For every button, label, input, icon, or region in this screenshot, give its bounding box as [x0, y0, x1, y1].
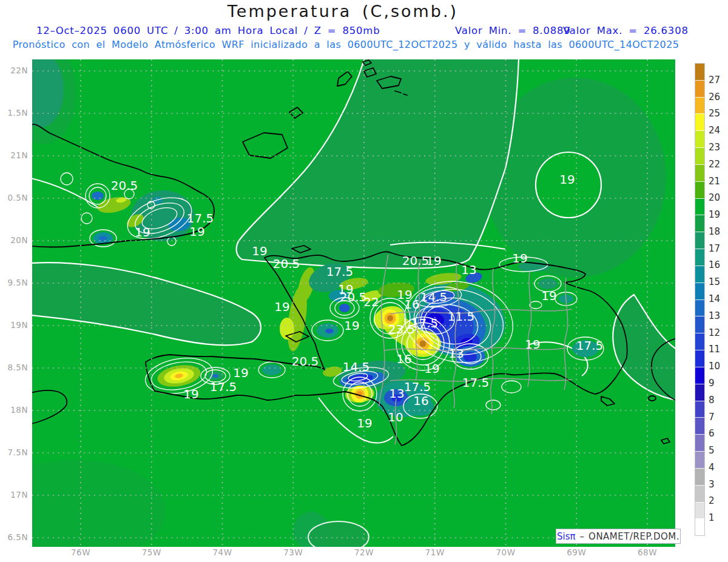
contour-label: 23.5 — [388, 322, 416, 336]
colorbar-segment — [695, 350, 704, 367]
colorbar-segment — [695, 502, 704, 519]
credit-box: Sisπ – ONAMET/REP.DOM. — [556, 529, 681, 544]
contour-label: 11.5 — [448, 309, 475, 324]
sispi-brand-label: Sisπ — [557, 531, 576, 542]
colorbar-segment — [695, 198, 704, 215]
colorbar-segment — [695, 451, 704, 468]
colorbar-segment — [695, 384, 704, 401]
contour-label: 13 — [389, 386, 404, 401]
x-axis-tick-label: 74W — [204, 547, 241, 557]
contour-label: 17.5 — [187, 211, 214, 226]
value-min-label: Valor Min. = 8.0889 — [455, 25, 571, 36]
y-axis-tick-label: 6.5N — [0, 532, 28, 542]
x-axis-tick-label: 72W — [346, 547, 382, 557]
temperature-contour-map: 20.517.519191920.517.51920.519192220.519… — [32, 59, 675, 547]
x-axis-tick-label: 76W — [62, 547, 99, 557]
value-max-label: Valor Max. = 26.6308 — [563, 25, 689, 36]
colorbar-segment — [695, 164, 704, 181]
contour-label: 19 — [559, 172, 575, 187]
colorbar-segment — [695, 232, 704, 249]
subtitle-model-info: Pronóstico con el Modelo Atmósferico WRF… — [0, 39, 692, 50]
contour-label: 20.5 — [111, 178, 138, 193]
y-axis-tick-label: 8.5N — [0, 363, 28, 372]
contour-label: 10 — [388, 410, 403, 424]
y-axis-tick-label: 0.5N — [0, 193, 28, 202]
contour-label: 13 — [448, 346, 463, 361]
x-axis-tick-label: 73W — [275, 547, 311, 557]
colorbar-tick-label: 19 — [709, 209, 720, 220]
colorbar-segment — [695, 434, 704, 451]
y-axis-tick-label: 7.5N — [0, 447, 28, 457]
colorbar-segment — [695, 147, 704, 164]
y-axis-tick-label: 9.5N — [0, 278, 28, 287]
contour-label: 19 — [426, 253, 441, 268]
colorbar-tick-labels: 2726252423222120191817161514131211109876… — [709, 63, 727, 536]
colorbar-tick-label: 22 — [709, 159, 720, 170]
colorbar-tick-label: 16 — [709, 259, 720, 270]
colorbar — [695, 63, 705, 536]
colorbar-segment — [695, 468, 704, 485]
colorbar-tick-label: 27 — [709, 75, 720, 85]
contour-label: 17.5 — [462, 375, 490, 390]
colorbar-tick-label: 3 — [709, 479, 715, 490]
colorbar-tick-label: 7 — [709, 412, 715, 423]
colorbar-tick-label: 11 — [709, 344, 720, 355]
contour-label: 19 — [541, 289, 556, 303]
colorbar-segment — [695, 64, 704, 80]
colorbar-segment — [695, 299, 704, 316]
x-axis-tick-label: 71W — [417, 547, 453, 557]
contour-label: 22 — [363, 295, 379, 309]
contour-label: 19 — [274, 299, 289, 314]
page-title: Temperatura (C,somb.) — [0, 2, 686, 21]
colorbar-tick-label: 1 — [709, 512, 715, 523]
colorbar-segment — [695, 485, 704, 502]
colorbar-tick-label: 15 — [709, 276, 720, 287]
x-axis-tick-label: 70W — [488, 547, 524, 557]
colorbar-tick-label: 10 — [709, 361, 720, 372]
contour-label: 17.5 — [404, 380, 431, 394]
y-axis-tick-label: 22N — [0, 65, 28, 75]
contour-label: 17.5 — [411, 316, 439, 330]
credit-separator: – — [580, 531, 585, 542]
colorbar-tick-label: 4 — [709, 462, 715, 473]
contour-label: 19 — [344, 318, 359, 333]
colorbar-tick-label: 26 — [709, 92, 720, 102]
y-axis-tick-label: 18N — [0, 405, 28, 415]
colorbar-segment — [695, 215, 704, 232]
contour-label: 14.5 — [420, 290, 448, 304]
colorbar-segment — [695, 518, 704, 535]
y-axis-tick-label: 17N — [0, 490, 28, 500]
contour-label: 19 — [135, 225, 150, 239]
contour-label: 19 — [525, 337, 540, 352]
colorbar-segment — [695, 97, 704, 114]
contour-label: 19 — [512, 251, 527, 266]
contour-label: 17.5 — [326, 264, 354, 279]
colorbar-segment — [695, 80, 704, 97]
colorbar-tick-label: 2 — [709, 495, 715, 506]
colorbar-tick-label: 8 — [709, 395, 715, 406]
colorbar-segment — [695, 130, 704, 147]
contour-label: 19 — [357, 416, 372, 430]
colorbar-tick-label: 23 — [709, 142, 720, 153]
contour-label: 14.5 — [343, 360, 370, 374]
colorbar-tick-label: 24 — [709, 125, 720, 136]
contour-label: 20.5 — [340, 290, 367, 304]
contour-label: 19 — [424, 361, 439, 376]
colorbar-tick-label: 20 — [709, 192, 720, 203]
colorbar-tick-label: 25 — [709, 108, 720, 119]
contour-label: 13 — [461, 263, 476, 277]
contour-label: 16 — [396, 352, 411, 366]
x-axis-tick-label: 68W — [629, 547, 666, 557]
colorbar-segment — [695, 113, 704, 130]
colorbar-segment — [695, 367, 704, 384]
colorbar-tick-label: 6 — [709, 428, 715, 439]
colorbar-tick-label: 21 — [709, 176, 720, 187]
colorbar-segment — [695, 283, 704, 299]
contour-label: 17.5 — [576, 338, 604, 353]
contour-label: 16 — [404, 297, 419, 312]
colorbar-segment — [695, 401, 704, 418]
colorbar-segment — [695, 417, 704, 434]
colorbar-segment — [695, 316, 704, 333]
x-axis-tick-label: 69W — [558, 547, 595, 557]
colorbar-tick-label: 17 — [709, 243, 720, 254]
